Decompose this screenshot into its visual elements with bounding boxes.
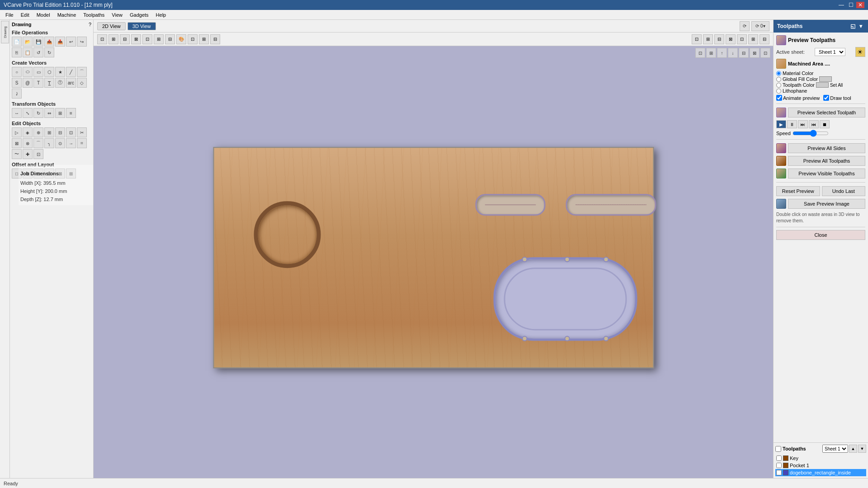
toolpath-color-swatch[interactable] — [816, 82, 829, 88]
boolean-sub[interactable]: ⊟ — [55, 127, 65, 137]
set-all-btn[interactable]: Set All — [830, 83, 843, 88]
join-tool[interactable]: ⌗ — [77, 138, 87, 148]
canvas-icon4[interactable]: ↓ — [728, 48, 738, 58]
canvas-icon5[interactable]: ⊟ — [739, 48, 749, 58]
toolpath-view-btn[interactable]: ⊡ — [188, 34, 198, 44]
tp-all-checkbox[interactable] — [775, 446, 781, 452]
tp-sheet-select[interactable]: Sheet 1 — [822, 445, 848, 453]
undo-last-btn[interactable]: Undo Last — [822, 186, 866, 196]
bezier-tool[interactable]: ⤸ — [12, 89, 22, 99]
shape-tool[interactable]: ⊕ — [33, 127, 43, 137]
play-btn[interactable]: ▶ — [776, 120, 786, 128]
dogbone-tool[interactable]: ⊙ — [55, 138, 65, 148]
minimize-btn[interactable]: — — [837, 2, 846, 8]
left-btn[interactable]: ⊟ — [760, 34, 769, 44]
tp-key-checkbox[interactable] — [776, 455, 782, 461]
tp-move-up-btn[interactable]: ▲ — [849, 445, 857, 453]
right-btn[interactable]: ⊠ — [726, 34, 736, 44]
canvas-viewport[interactable]: ⊡ ⊞ ↑ ↓ ⊟ ⊠ ⊡ — [94, 46, 773, 478]
undo2-btn[interactable]: ↺ — [33, 47, 43, 57]
menu-gadgets[interactable]: Gadgets — [126, 11, 152, 19]
tp-dogbone-checkbox[interactable] — [776, 470, 782, 475]
tp-item-dogbone[interactable]: dogebone_rectangle_inside — [775, 469, 866, 476]
import-btn[interactable]: 📥 — [55, 37, 65, 47]
node-tool[interactable]: ◇ — [77, 78, 87, 88]
stop-btn[interactable]: ⏹ — [820, 120, 830, 128]
open-file-btn[interactable]: 📂 — [23, 37, 33, 47]
menu-toolpaths[interactable]: Toolpaths — [80, 11, 108, 19]
tab-2d[interactable]: 2D View — [97, 22, 126, 30]
menu-file[interactable]: File — [2, 11, 17, 19]
scale-tool[interactable]: ⤡ — [23, 108, 33, 118]
snap-smart-btn[interactable]: ⊟ — [165, 34, 175, 44]
pause-btn[interactable]: ⏸ — [787, 120, 797, 128]
spiral-tool[interactable]: @ — [23, 78, 33, 88]
extend-tool[interactable]: → — [66, 138, 76, 148]
snap-obj-btn[interactable]: ⊡ — [142, 34, 152, 44]
align-tool[interactable]: ≡ — [66, 108, 76, 118]
toolpath-color-radio[interactable] — [776, 83, 781, 88]
offset-tool[interactable]: ⊗ — [23, 138, 33, 148]
sheet-select[interactable]: Sheet 1 — [815, 48, 845, 56]
panel-undock-icon[interactable]: ◱ — [849, 23, 856, 30]
animate-preview-label[interactable]: Animate preview — [776, 95, 820, 101]
preview-visible-toolpaths-btn[interactable]: Preview Visible Toolpaths — [788, 169, 865, 178]
copy-btn[interactable]: ⎘ — [12, 47, 22, 57]
line-tool[interactable]: ╱ — [66, 67, 76, 77]
arc-text-tool[interactable]: arc — [66, 78, 76, 88]
rect-tool[interactable]: ▭ — [33, 67, 43, 77]
text-tool[interactable]: T — [33, 78, 43, 88]
fit-selection-btn[interactable]: ⊞ — [108, 34, 118, 44]
canvas-icon7[interactable]: ⊡ — [760, 48, 770, 58]
preview-all-toolpaths-btn[interactable]: Preview All Toolpaths — [788, 156, 865, 166]
front-btn[interactable]: ⊞ — [703, 34, 713, 44]
new-file-btn[interactable]: 📄 — [12, 37, 22, 47]
undo-btn[interactable]: ↩ — [66, 37, 76, 47]
fillet-tool[interactable]: ╮ — [44, 138, 54, 148]
redo2-btn[interactable]: ↻ — [44, 47, 54, 57]
path-fit[interactable]: ⊡ — [33, 149, 43, 159]
reset-preview-btn[interactable]: Reset Preview — [776, 186, 820, 196]
rotate-view-icon[interactable]: ⟳ — [740, 21, 750, 31]
grid-btn[interactable]: ⊟ — [120, 34, 130, 44]
help-icon[interactable]: ? — [89, 22, 91, 27]
save-all-btn[interactable]: 💾 — [33, 37, 43, 47]
smart-smooth[interactable]: 〜 — [12, 149, 22, 159]
canvas-icon2[interactable]: ⊞ — [706, 48, 716, 58]
tile-view-btn[interactable]: ⊟ — [210, 34, 220, 44]
arc-tool[interactable]: ⌒ — [77, 67, 87, 77]
menu-model[interactable]: Model — [33, 11, 54, 19]
draw-tool-label[interactable]: Draw tool — [823, 95, 851, 101]
redo-btn[interactable]: ↪ — [77, 37, 87, 47]
skip-end-btn[interactable]: ⏮ — [809, 120, 819, 128]
isometric-btn[interactable]: ⊡ — [692, 34, 702, 44]
canvas-icon1[interactable]: ⊡ — [695, 48, 705, 58]
maximize-btn[interactable]: ☐ — [847, 2, 855, 8]
spline-tool[interactable]: S — [12, 78, 22, 88]
draw-tool-check[interactable] — [823, 95, 829, 101]
menu-machine[interactable]: Machine — [54, 11, 80, 19]
select-tool[interactable]: ▷ — [12, 127, 22, 137]
menu-view[interactable]: View — [108, 11, 126, 19]
preview-selected-btn[interactable]: Preview Selected Toolpath — [788, 108, 865, 117]
ellipse-tool[interactable]: ⬭ — [23, 67, 33, 77]
move-tool[interactable]: ↔ — [12, 108, 22, 118]
close-btn[interactable]: ✕ — [856, 2, 864, 8]
save-preview-image-btn[interactable]: Save Preview Image — [788, 199, 865, 209]
distort-tool[interactable]: ⊞ — [55, 108, 65, 118]
boolean-int[interactable]: ⊡ — [66, 127, 76, 137]
snap-grid-btn[interactable]: ⊠ — [131, 34, 141, 44]
material-color-radio[interactable] — [776, 71, 781, 76]
fit-all-btn[interactable]: ⊡ — [97, 34, 107, 44]
panel-options-icon[interactable]: ▾ — [857, 23, 864, 30]
curve-tool[interactable]: ⌒ — [33, 138, 43, 148]
tp-move-down-btn[interactable]: ▼ — [858, 445, 866, 453]
split-view-btn[interactable]: ⊞ — [199, 34, 209, 44]
color-btn[interactable]: 🎨 — [176, 34, 186, 44]
mirror-tool[interactable]: ⇔ — [44, 108, 54, 118]
polygon-tool[interactable]: ⬡ — [44, 67, 54, 77]
tp-item-pocket1[interactable]: Pocket 1 — [775, 462, 866, 469]
tp-pocket1-checkbox[interactable] — [776, 463, 782, 468]
weld-tool[interactable]: ⊠ — [12, 138, 22, 148]
tp-item-key[interactable]: Key — [775, 455, 866, 462]
